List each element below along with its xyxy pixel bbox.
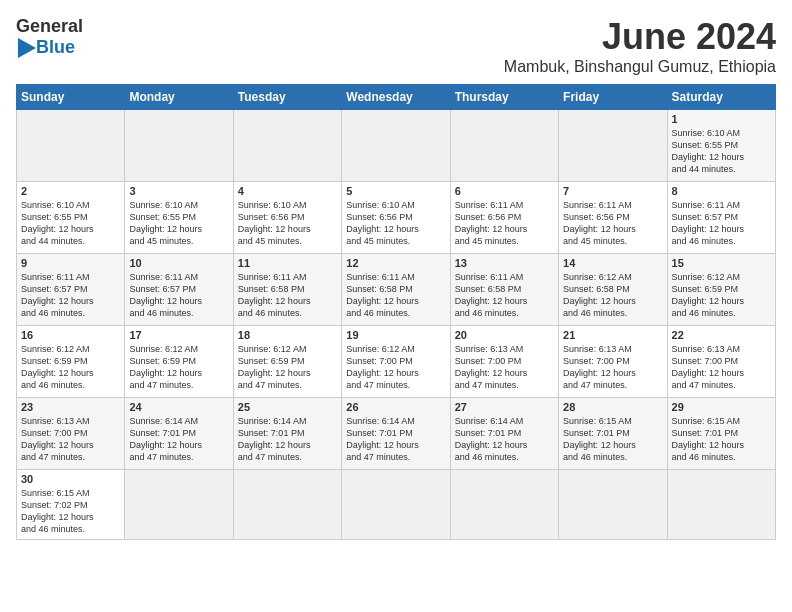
day-number: 21 xyxy=(563,329,662,341)
calendar-day-cell: 20Sunrise: 6:13 AM Sunset: 7:00 PM Dayli… xyxy=(450,326,558,398)
calendar-day-cell: 24Sunrise: 6:14 AM Sunset: 7:01 PM Dayli… xyxy=(125,398,233,470)
day-number: 29 xyxy=(672,401,771,413)
day-info: Sunrise: 6:11 AM Sunset: 6:57 PM Dayligh… xyxy=(21,271,120,320)
calendar-header: SundayMondayTuesdayWednesdayThursdayFrid… xyxy=(17,85,776,110)
calendar-day-cell: 11Sunrise: 6:11 AM Sunset: 6:58 PM Dayli… xyxy=(233,254,341,326)
day-number: 12 xyxy=(346,257,445,269)
day-info: Sunrise: 6:11 AM Sunset: 6:58 PM Dayligh… xyxy=(238,271,337,320)
logo-blue-text: Blue xyxy=(36,37,75,58)
day-info: Sunrise: 6:10 AM Sunset: 6:55 PM Dayligh… xyxy=(129,199,228,248)
weekday-header: Monday xyxy=(125,85,233,110)
calendar-day-cell: 26Sunrise: 6:14 AM Sunset: 7:01 PM Dayli… xyxy=(342,398,450,470)
day-number: 9 xyxy=(21,257,120,269)
calendar-day-cell xyxy=(450,470,558,540)
calendar-week-row: 30Sunrise: 6:15 AM Sunset: 7:02 PM Dayli… xyxy=(17,470,776,540)
calendar-day-cell xyxy=(342,470,450,540)
day-number: 7 xyxy=(563,185,662,197)
title-area: June 2024 Mambuk, Binshangul Gumuz, Ethi… xyxy=(504,16,776,76)
calendar-day-cell: 7Sunrise: 6:11 AM Sunset: 6:56 PM Daylig… xyxy=(559,182,667,254)
calendar-week-row: 16Sunrise: 6:12 AM Sunset: 6:59 PM Dayli… xyxy=(17,326,776,398)
day-info: Sunrise: 6:11 AM Sunset: 6:57 PM Dayligh… xyxy=(672,199,771,248)
logo: General Blue xyxy=(16,16,83,58)
day-info: Sunrise: 6:15 AM Sunset: 7:02 PM Dayligh… xyxy=(21,487,120,536)
day-info: Sunrise: 6:13 AM Sunset: 7:00 PM Dayligh… xyxy=(672,343,771,392)
day-info: Sunrise: 6:10 AM Sunset: 6:55 PM Dayligh… xyxy=(21,199,120,248)
calendar-day-cell: 28Sunrise: 6:15 AM Sunset: 7:01 PM Dayli… xyxy=(559,398,667,470)
day-number: 19 xyxy=(346,329,445,341)
calendar-day-cell: 6Sunrise: 6:11 AM Sunset: 6:56 PM Daylig… xyxy=(450,182,558,254)
day-number: 18 xyxy=(238,329,337,341)
day-number: 14 xyxy=(563,257,662,269)
calendar-day-cell xyxy=(125,110,233,182)
day-info: Sunrise: 6:11 AM Sunset: 6:57 PM Dayligh… xyxy=(129,271,228,320)
calendar-week-row: 23Sunrise: 6:13 AM Sunset: 7:00 PM Dayli… xyxy=(17,398,776,470)
day-info: Sunrise: 6:14 AM Sunset: 7:01 PM Dayligh… xyxy=(238,415,337,464)
calendar-day-cell: 9Sunrise: 6:11 AM Sunset: 6:57 PM Daylig… xyxy=(17,254,125,326)
day-info: Sunrise: 6:10 AM Sunset: 6:56 PM Dayligh… xyxy=(238,199,337,248)
calendar-day-cell: 13Sunrise: 6:11 AM Sunset: 6:58 PM Dayli… xyxy=(450,254,558,326)
calendar-day-cell: 16Sunrise: 6:12 AM Sunset: 6:59 PM Dayli… xyxy=(17,326,125,398)
calendar-day-cell: 19Sunrise: 6:12 AM Sunset: 7:00 PM Dayli… xyxy=(342,326,450,398)
day-number: 26 xyxy=(346,401,445,413)
day-number: 23 xyxy=(21,401,120,413)
day-number: 30 xyxy=(21,473,120,485)
calendar-body: 1Sunrise: 6:10 AM Sunset: 6:55 PM Daylig… xyxy=(17,110,776,540)
calendar-day-cell: 23Sunrise: 6:13 AM Sunset: 7:00 PM Dayli… xyxy=(17,398,125,470)
calendar-day-cell: 5Sunrise: 6:10 AM Sunset: 6:56 PM Daylig… xyxy=(342,182,450,254)
day-info: Sunrise: 6:11 AM Sunset: 6:56 PM Dayligh… xyxy=(563,199,662,248)
weekday-header: Sunday xyxy=(17,85,125,110)
day-info: Sunrise: 6:12 AM Sunset: 6:59 PM Dayligh… xyxy=(21,343,120,392)
calendar-day-cell xyxy=(233,110,341,182)
day-info: Sunrise: 6:15 AM Sunset: 7:01 PM Dayligh… xyxy=(563,415,662,464)
calendar-day-cell: 18Sunrise: 6:12 AM Sunset: 6:59 PM Dayli… xyxy=(233,326,341,398)
calendar-day-cell: 29Sunrise: 6:15 AM Sunset: 7:01 PM Dayli… xyxy=(667,398,775,470)
calendar-day-cell xyxy=(559,110,667,182)
day-info: Sunrise: 6:12 AM Sunset: 6:59 PM Dayligh… xyxy=(672,271,771,320)
day-info: Sunrise: 6:10 AM Sunset: 6:55 PM Dayligh… xyxy=(672,127,771,176)
day-number: 27 xyxy=(455,401,554,413)
weekday-header: Friday xyxy=(559,85,667,110)
calendar-week-row: 2Sunrise: 6:10 AM Sunset: 6:55 PM Daylig… xyxy=(17,182,776,254)
calendar-day-cell: 8Sunrise: 6:11 AM Sunset: 6:57 PM Daylig… xyxy=(667,182,775,254)
calendar-day-cell xyxy=(233,470,341,540)
calendar-day-cell: 2Sunrise: 6:10 AM Sunset: 6:55 PM Daylig… xyxy=(17,182,125,254)
day-number: 15 xyxy=(672,257,771,269)
day-number: 28 xyxy=(563,401,662,413)
calendar-day-cell: 21Sunrise: 6:13 AM Sunset: 7:00 PM Dayli… xyxy=(559,326,667,398)
day-info: Sunrise: 6:13 AM Sunset: 7:00 PM Dayligh… xyxy=(455,343,554,392)
day-info: Sunrise: 6:15 AM Sunset: 7:01 PM Dayligh… xyxy=(672,415,771,464)
day-number: 16 xyxy=(21,329,120,341)
day-number: 10 xyxy=(129,257,228,269)
calendar-day-cell: 30Sunrise: 6:15 AM Sunset: 7:02 PM Dayli… xyxy=(17,470,125,540)
day-number: 22 xyxy=(672,329,771,341)
day-number: 20 xyxy=(455,329,554,341)
calendar-day-cell: 12Sunrise: 6:11 AM Sunset: 6:58 PM Dayli… xyxy=(342,254,450,326)
logo-text: General xyxy=(16,16,83,37)
day-info: Sunrise: 6:13 AM Sunset: 7:00 PM Dayligh… xyxy=(21,415,120,464)
calendar-subtitle: Mambuk, Binshangul Gumuz, Ethiopia xyxy=(504,58,776,76)
calendar-table: SundayMondayTuesdayWednesdayThursdayFrid… xyxy=(16,84,776,540)
calendar-day-cell: 1Sunrise: 6:10 AM Sunset: 6:55 PM Daylig… xyxy=(667,110,775,182)
day-info: Sunrise: 6:14 AM Sunset: 7:01 PM Dayligh… xyxy=(129,415,228,464)
calendar-week-row: 9Sunrise: 6:11 AM Sunset: 6:57 PM Daylig… xyxy=(17,254,776,326)
calendar-title: June 2024 xyxy=(504,16,776,58)
day-number: 13 xyxy=(455,257,554,269)
day-number: 3 xyxy=(129,185,228,197)
day-number: 17 xyxy=(129,329,228,341)
day-number: 5 xyxy=(346,185,445,197)
day-info: Sunrise: 6:14 AM Sunset: 7:01 PM Dayligh… xyxy=(346,415,445,464)
calendar-day-cell: 25Sunrise: 6:14 AM Sunset: 7:01 PM Dayli… xyxy=(233,398,341,470)
weekday-header: Tuesday xyxy=(233,85,341,110)
day-number: 4 xyxy=(238,185,337,197)
day-info: Sunrise: 6:12 AM Sunset: 6:59 PM Dayligh… xyxy=(129,343,228,392)
day-number: 1 xyxy=(672,113,771,125)
day-info: Sunrise: 6:11 AM Sunset: 6:58 PM Dayligh… xyxy=(346,271,445,320)
calendar-day-cell: 10Sunrise: 6:11 AM Sunset: 6:57 PM Dayli… xyxy=(125,254,233,326)
weekday-header: Saturday xyxy=(667,85,775,110)
calendar-day-cell: 17Sunrise: 6:12 AM Sunset: 6:59 PM Dayli… xyxy=(125,326,233,398)
weekday-header: Wednesday xyxy=(342,85,450,110)
weekday-row: SundayMondayTuesdayWednesdayThursdayFrid… xyxy=(17,85,776,110)
calendar-day-cell: 4Sunrise: 6:10 AM Sunset: 6:56 PM Daylig… xyxy=(233,182,341,254)
calendar-day-cell: 22Sunrise: 6:13 AM Sunset: 7:00 PM Dayli… xyxy=(667,326,775,398)
calendar-day-cell: 3Sunrise: 6:10 AM Sunset: 6:55 PM Daylig… xyxy=(125,182,233,254)
